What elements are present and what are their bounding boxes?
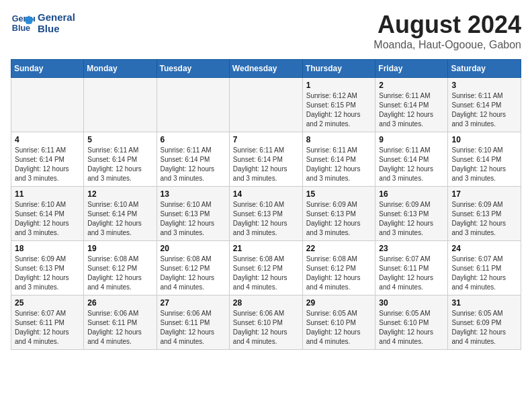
day-number: 5 — [87, 135, 152, 144]
day-info: Sunrise: 6:10 AMSunset: 6:14 PMDaylight:… — [87, 200, 152, 238]
calendar-cell: 22Sunrise: 6:08 AMSunset: 6:12 PMDayligh… — [302, 241, 375, 295]
calendar-cell: 8Sunrise: 6:11 AMSunset: 6:14 PMDaylight… — [302, 132, 375, 187]
day-number: 22 — [306, 244, 372, 253]
day-info: Sunrise: 6:07 AMSunset: 6:11 PMDaylight:… — [379, 255, 444, 292]
calendar-cell: 20Sunrise: 6:08 AMSunset: 6:12 PMDayligh… — [157, 241, 229, 295]
day-number: 26 — [87, 298, 152, 308]
calendar-cell: 26Sunrise: 6:06 AMSunset: 6:11 PMDayligh… — [84, 295, 157, 350]
day-number: 6 — [161, 135, 226, 144]
day-info: Sunrise: 6:11 AMSunset: 6:14 PMDaylight:… — [306, 146, 372, 183]
calendar-cell: 3Sunrise: 6:11 AMSunset: 6:14 PMDaylight… — [448, 78, 521, 132]
calendar-week-row: 1Sunrise: 6:12 AMSunset: 6:15 PMDaylight… — [11, 78, 521, 132]
day-info: Sunrise: 6:10 AMSunset: 6:13 PMDaylight:… — [161, 200, 226, 238]
day-number: 19 — [87, 244, 152, 253]
calendar-cell: 19Sunrise: 6:08 AMSunset: 6:12 PMDayligh… — [84, 241, 157, 295]
day-info: Sunrise: 6:07 AMSunset: 6:11 PMDaylight:… — [451, 255, 517, 292]
day-number: 4 — [15, 135, 80, 144]
day-number: 28 — [233, 298, 299, 308]
svg-text:Blue: Blue — [12, 24, 30, 33]
calendar-week-row: 11Sunrise: 6:10 AMSunset: 6:14 PMDayligh… — [11, 187, 521, 241]
day-info: Sunrise: 6:06 AMSunset: 6:11 PMDaylight:… — [87, 309, 152, 347]
header-thursday: Thursday — [302, 60, 375, 78]
calendar-cell: 4Sunrise: 6:11 AMSunset: 6:14 PMDaylight… — [11, 132, 84, 187]
day-number: 2 — [379, 81, 444, 90]
day-number: 15 — [306, 189, 372, 199]
logo-text: General Blue — [38, 11, 75, 34]
day-number: 7 — [233, 135, 299, 144]
calendar-cell: 15Sunrise: 6:09 AMSunset: 6:13 PMDayligh… — [302, 187, 375, 241]
day-info: Sunrise: 6:06 AMSunset: 6:11 PMDaylight:… — [161, 309, 226, 347]
header: General Blue General Blue August 2024 Mo… — [11, 11, 521, 51]
calendar-cell: 27Sunrise: 6:06 AMSunset: 6:11 PMDayligh… — [157, 295, 229, 350]
title-area: August 2024 Moanda, Haut-Ogooue, Gabon — [373, 11, 521, 51]
day-info: Sunrise: 6:12 AMSunset: 6:15 PMDaylight:… — [306, 91, 372, 129]
calendar-cell: 5Sunrise: 6:11 AMSunset: 6:14 PMDaylight… — [84, 132, 157, 187]
day-info: Sunrise: 6:11 AMSunset: 6:14 PMDaylight:… — [15, 146, 80, 183]
header-sunday: Sunday — [11, 60, 84, 78]
day-number: 31 — [451, 298, 517, 308]
calendar-week-row: 25Sunrise: 6:07 AMSunset: 6:11 PMDayligh… — [11, 295, 521, 350]
day-number: 9 — [379, 135, 444, 144]
calendar-week-row: 18Sunrise: 6:09 AMSunset: 6:13 PMDayligh… — [11, 241, 521, 295]
calendar-cell — [157, 78, 229, 132]
calendar-cell — [11, 78, 84, 132]
calendar-cell: 18Sunrise: 6:09 AMSunset: 6:13 PMDayligh… — [11, 241, 84, 295]
day-info: Sunrise: 6:11 AMSunset: 6:14 PMDaylight:… — [161, 146, 226, 183]
day-number: 17 — [451, 189, 517, 199]
day-number: 10 — [451, 135, 517, 144]
calendar-cell: 16Sunrise: 6:09 AMSunset: 6:13 PMDayligh… — [375, 187, 448, 241]
calendar-cell: 31Sunrise: 6:05 AMSunset: 6:09 PMDayligh… — [448, 295, 521, 350]
day-info: Sunrise: 6:10 AMSunset: 6:13 PMDaylight:… — [233, 200, 299, 238]
day-info: Sunrise: 6:07 AMSunset: 6:11 PMDaylight:… — [15, 309, 80, 347]
day-info: Sunrise: 6:11 AMSunset: 6:14 PMDaylight:… — [379, 146, 444, 183]
calendar-cell: 23Sunrise: 6:07 AMSunset: 6:11 PMDayligh… — [375, 241, 448, 295]
day-info: Sunrise: 6:08 AMSunset: 6:12 PMDaylight:… — [161, 255, 226, 292]
calendar-cell: 12Sunrise: 6:10 AMSunset: 6:14 PMDayligh… — [84, 187, 157, 241]
day-info: Sunrise: 6:05 AMSunset: 6:09 PMDaylight:… — [451, 309, 517, 347]
calendar-week-row: 4Sunrise: 6:11 AMSunset: 6:14 PMDaylight… — [11, 132, 521, 187]
day-info: Sunrise: 6:08 AMSunset: 6:12 PMDaylight:… — [306, 255, 372, 292]
calendar-cell: 24Sunrise: 6:07 AMSunset: 6:11 PMDayligh… — [448, 241, 521, 295]
header-monday: Monday — [84, 60, 157, 78]
header-tuesday: Tuesday — [157, 60, 229, 78]
subtitle: Moanda, Haut-Ogooue, Gabon — [373, 39, 521, 51]
calendar-cell: 28Sunrise: 6:06 AMSunset: 6:10 PMDayligh… — [229, 295, 302, 350]
day-info: Sunrise: 6:11 AMSunset: 6:14 PMDaylight:… — [379, 91, 444, 129]
day-number: 18 — [15, 244, 80, 253]
day-info: Sunrise: 6:09 AMSunset: 6:13 PMDaylight:… — [15, 255, 80, 292]
day-number: 12 — [87, 189, 152, 199]
day-number: 29 — [306, 298, 372, 308]
calendar-cell: 21Sunrise: 6:08 AMSunset: 6:12 PMDayligh… — [229, 241, 302, 295]
calendar-cell: 25Sunrise: 6:07 AMSunset: 6:11 PMDayligh… — [11, 295, 84, 350]
day-info: Sunrise: 6:11 AMSunset: 6:14 PMDaylight:… — [87, 146, 152, 183]
day-number: 13 — [161, 189, 226, 199]
day-info: Sunrise: 6:09 AMSunset: 6:13 PMDaylight:… — [379, 200, 444, 238]
day-info: Sunrise: 6:11 AMSunset: 6:14 PMDaylight:… — [451, 91, 517, 129]
day-number: 1 — [306, 81, 372, 90]
day-info: Sunrise: 6:06 AMSunset: 6:10 PMDaylight:… — [233, 309, 299, 347]
day-number: 20 — [161, 244, 226, 253]
calendar-cell: 6Sunrise: 6:11 AMSunset: 6:14 PMDaylight… — [157, 132, 229, 187]
day-number: 25 — [15, 298, 80, 308]
day-number: 3 — [451, 81, 517, 90]
calendar: Sunday Monday Tuesday Wednesday Thursday… — [11, 59, 521, 350]
day-number: 30 — [379, 298, 444, 308]
day-info: Sunrise: 6:10 AMSunset: 6:14 PMDaylight:… — [451, 146, 517, 183]
calendar-cell: 14Sunrise: 6:10 AMSunset: 6:13 PMDayligh… — [229, 187, 302, 241]
calendar-cell: 13Sunrise: 6:10 AMSunset: 6:13 PMDayligh… — [157, 187, 229, 241]
day-info: Sunrise: 6:10 AMSunset: 6:14 PMDaylight:… — [15, 200, 80, 238]
day-info: Sunrise: 6:11 AMSunset: 6:14 PMDaylight:… — [233, 146, 299, 183]
day-number: 24 — [451, 244, 517, 253]
day-info: Sunrise: 6:09 AMSunset: 6:13 PMDaylight:… — [306, 200, 372, 238]
calendar-cell: 17Sunrise: 6:09 AMSunset: 6:13 PMDayligh… — [448, 187, 521, 241]
calendar-cell: 11Sunrise: 6:10 AMSunset: 6:14 PMDayligh… — [11, 187, 84, 241]
day-info: Sunrise: 6:08 AMSunset: 6:12 PMDaylight:… — [233, 255, 299, 292]
day-number: 21 — [233, 244, 299, 253]
logo-icon: General Blue — [11, 11, 35, 35]
day-info: Sunrise: 6:05 AMSunset: 6:10 PMDaylight:… — [306, 309, 372, 347]
logo: General Blue General Blue — [11, 11, 75, 35]
day-number: 27 — [161, 298, 226, 308]
calendar-cell: 1Sunrise: 6:12 AMSunset: 6:15 PMDaylight… — [302, 78, 375, 132]
calendar-cell: 7Sunrise: 6:11 AMSunset: 6:14 PMDaylight… — [229, 132, 302, 187]
day-number: 11 — [15, 189, 80, 199]
